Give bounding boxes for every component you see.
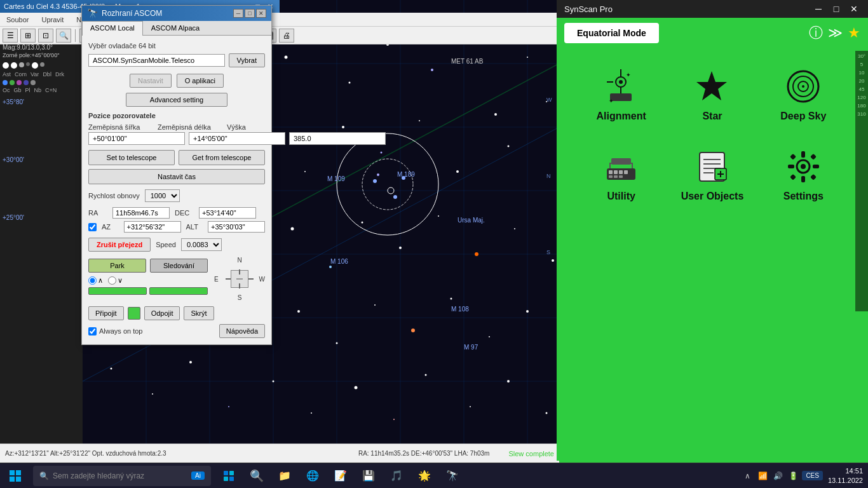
synscan-close-btn[interactable]: ✕: [848, 4, 860, 14]
tab-ascom-alpaca[interactable]: ASCOM Alpaca: [143, 21, 208, 35]
ascom-restore-btn[interactable]: □: [245, 9, 255, 18]
taskbar-icon-4[interactable]: 🌐: [300, 463, 325, 489]
ascom-minimize-btn[interactable]: ─: [233, 9, 243, 18]
taskbar: 🔍 Sem zadejte hledaný výraz Ai 🔍 📁 🌐 📝 💾…: [0, 463, 868, 488]
compass-w-line: [248, 278, 254, 280]
track-btn[interactable]: Sledování: [150, 259, 208, 273]
tray-battery: 🔋: [787, 470, 799, 482]
equatorial-mode-btn[interactable]: Equatorial Mode: [564, 23, 659, 43]
svg-point-110: [619, 80, 623, 84]
scale-5: 5: [860, 62, 863, 67]
set-time-btn[interactable]: Nastavit čas: [88, 169, 265, 184]
taskbar-icon-9[interactable]: 🔭: [440, 463, 465, 489]
alt-input[interactable]: [289, 132, 386, 145]
radio-up[interactable]: [88, 276, 97, 285]
cancel-speed-row: Zrušit přejezd Speed 0.0083: [88, 238, 265, 252]
progress-bar-1: [88, 287, 147, 295]
utility-item[interactable]: Utility: [576, 135, 667, 215]
ascom-close-btn[interactable]: ✕: [256, 9, 266, 18]
dec-input[interactable]: [199, 207, 256, 219]
az-input[interactable]: [124, 221, 181, 233]
taskbar-icon-3[interactable]: 📁: [272, 463, 297, 489]
taskbar-icon-2[interactable]: 🔍: [244, 463, 269, 489]
radio-down[interactable]: [108, 276, 116, 285]
synscan-restore-btn[interactable]: □: [830, 4, 843, 14]
star-label: Star: [702, 111, 722, 122]
svg-point-37: [508, 146, 510, 147]
synscan-minimize-btn[interactable]: ─: [812, 4, 825, 14]
ra-input[interactable]: [112, 207, 170, 219]
hide-btn[interactable]: Skrýt: [184, 306, 214, 320]
select-btn[interactable]: Vybrat: [229, 53, 265, 67]
svg-point-59: [451, 298, 452, 300]
cancel-slew-btn[interactable]: Zrušit přejezd: [88, 238, 151, 252]
alt2-input[interactable]: [208, 221, 265, 233]
refresh-select[interactable]: 1000 500 2000: [145, 189, 180, 202]
connect-indicator: [128, 307, 140, 320]
svg-rect-125: [619, 175, 623, 178]
driver-input[interactable]: [88, 54, 225, 67]
synscan-panel: SynScan Pro ─ □ ✕ Equatorial Mode ⓘ ≫ ★ …: [557, 0, 868, 461]
svg-text:✦: ✦: [609, 98, 614, 104]
dot-1: [3, 62, 9, 69]
settings-item[interactable]: Settings: [758, 135, 849, 215]
refresh-label: Rychlost obnovy: [88, 192, 140, 200]
svg-point-60: [489, 336, 490, 337]
info-icon[interactable]: ⓘ: [809, 24, 823, 43]
disconnect-btn[interactable]: Odpojit: [144, 306, 180, 320]
menu-soubor[interactable]: Soubor: [3, 15, 32, 25]
toolbar-btn-4[interactable]: 🔍: [56, 29, 71, 43]
taskbar-icon-6[interactable]: 💾: [356, 463, 381, 489]
toolbar-btn-2[interactable]: ⊞: [20, 29, 36, 43]
svg-point-43: [291, 227, 294, 231]
taskbar-date: 13.11.2022: [828, 476, 863, 485]
taskbar-icon-8[interactable]: 🌟: [412, 463, 437, 489]
tab-ascom-local[interactable]: ASCOM Local: [82, 21, 143, 36]
svg-point-68: [355, 386, 358, 390]
lat-input[interactable]: [88, 132, 185, 145]
get-telescope-btn[interactable]: Get from telescope: [179, 150, 265, 165]
progress-bar-2: [149, 287, 208, 295]
set-telescope-btn[interactable]: Set to telescope: [88, 150, 175, 165]
taskbar-icon-5[interactable]: 📝: [328, 463, 353, 489]
setup-btn[interactable]: Nastavit: [130, 74, 172, 88]
about-btn[interactable]: O aplikaci: [177, 74, 224, 88]
always-on-top-checkbox[interactable]: [88, 327, 97, 336]
user-objects-item[interactable]: User Objects: [667, 135, 757, 215]
connect-btn[interactable]: Připojit: [88, 306, 124, 320]
az-alt-row: AZ ALT: [88, 221, 265, 233]
svg-point-64: [189, 361, 192, 363]
dot-3: [19, 62, 24, 67]
taskbar-icon-1[interactable]: [216, 463, 241, 489]
menu-upravit[interactable]: Upravit: [37, 15, 67, 25]
svg-point-72: [507, 380, 510, 383]
svg-rect-143: [790, 173, 796, 180]
svg-point-45: [362, 222, 363, 224]
utility-icon: [602, 147, 641, 186]
park-btn[interactable]: Park: [88, 259, 146, 273]
star-item[interactable]: Star: [667, 55, 757, 135]
toolbar-btn-1[interactable]: ☰: [3, 29, 18, 43]
start-button[interactable]: [0, 463, 31, 489]
compass-e-line: [226, 278, 231, 280]
taskbar-icon-7[interactable]: 🎵: [384, 463, 409, 489]
toolbar-btn-3[interactable]: ⊡: [38, 29, 53, 43]
observer-section-title: Pozice pozorovatele: [88, 112, 265, 119]
speed-select[interactable]: 0.0083: [181, 238, 222, 251]
dot-2: [11, 62, 17, 69]
taskbar-search[interactable]: 🔍 Sem zadejte hledaný výraz Ai: [33, 466, 211, 486]
help-btn[interactable]: Nápověda: [219, 324, 265, 338]
lon-input[interactable]: [189, 132, 285, 145]
advanced-btn[interactable]: Advanced setting: [126, 93, 227, 107]
dec-label: DEC: [175, 209, 194, 217]
deep-sky-item[interactable]: Deep Sky: [758, 55, 849, 135]
svg-point-73: [546, 412, 548, 414]
az-checkbox[interactable]: [88, 223, 97, 231]
toolbar-btn-print[interactable]: 🖨: [279, 29, 294, 43]
forward-arrows: ≫: [828, 25, 843, 41]
svg-point-34: [381, 152, 383, 154]
svg-point-117: [802, 85, 804, 88]
park-track-controls: Park Sledování ∧ ∨: [88, 259, 208, 300]
alignment-item[interactable]: ✦ ✦ Alignment: [576, 55, 667, 135]
coord-display-3: +25°00': [3, 214, 80, 221]
